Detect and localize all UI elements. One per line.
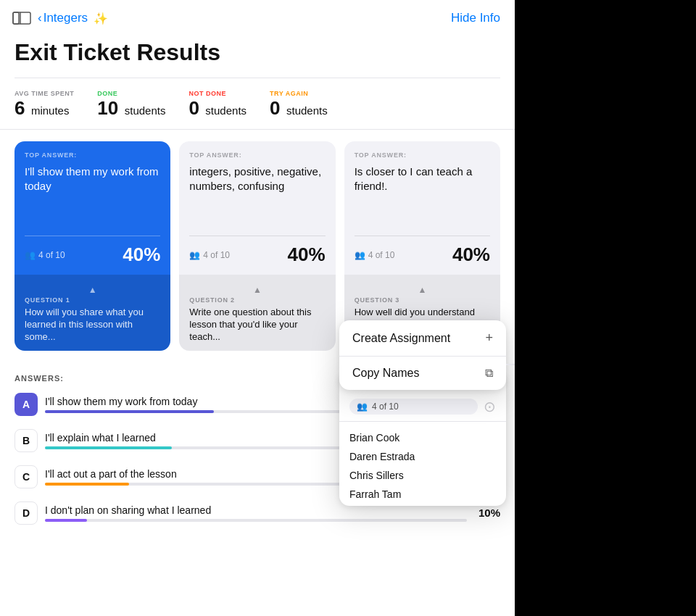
answer-content-d: I don't plan on sharing what I learned [45,504,467,522]
card-3-top: TOP ANSWER: Is closer to I can teach a f… [344,141,500,236]
card-2-chevron-icon: ▲ [189,282,325,296]
card-1-answer-text: I'll show them my work from today [25,165,160,193]
answer-letter-b: B [14,429,38,452]
stat-avg-time-label: AVG TIME SPENT [14,90,74,97]
stat-done-value: 10 students [97,99,165,117]
card-2-q-text: Write one question about this lesson tha… [189,307,325,344]
answer-bar-b [45,446,172,449]
answer-bar-a [45,410,214,413]
answer-letter-a: A [14,393,38,416]
student-name-4: Farrah Tam [339,483,506,506]
question-card-2[interactable]: TOP ANSWER: integers, positive, negative… [179,141,335,351]
page-title: Exit Ticket Results [0,33,515,78]
svg-rect-1 [13,12,30,24]
back-button[interactable]: ‹ Integers [38,11,88,25]
students-panel: STUDENTS: 👥 4 of 10 ⊙ Brian Cook Daren E… [339,375,506,506]
stat-try-again-label: TRY AGAIN [270,90,328,97]
card-2-bottom: 👥 4 of 10 40% [179,236,335,275]
card-1-top-label: TOP ANSWER: [25,151,160,159]
card-1-bottom: 👥 4 of 10 40% [14,236,170,275]
people-icon-2: 👥 [189,250,200,260]
card-3-bottom: 👥 4 of 10 40% [344,236,500,275]
card-1-footer: ▲ QUESTION 1 How will you share what you… [14,275,170,351]
card-3-answer-text: Is closer to I can teach a friend!. [355,165,490,193]
question-card-1[interactable]: TOP ANSWER: I'll show them my work from … [14,141,170,351]
card-1-percent: 40% [123,244,160,266]
card-2-percent: 40% [288,244,326,266]
card-1-q-label: QUESTION 1 [25,296,160,304]
card-2-students: 👥 4 of 10 [189,250,230,260]
card-2-top-label: TOP ANSWER: [189,151,325,159]
answer-bar-d [45,519,87,522]
card-3-q-label: QUESTION 3 [355,296,490,304]
stat-avg-time-value: 6 minutes [14,99,74,117]
answer-bar-c [45,483,129,486]
create-assignment-label: Create Assignment [352,332,450,345]
connector-line [506,364,515,365]
nav-bar: ‹ Integers ✨ Hide Info [0,0,515,33]
card-2-q-label: QUESTION 2 [189,296,325,304]
people-icon: 👥 [25,250,36,260]
student-name-1: Brian Cook [339,426,506,445]
card-3-chevron-icon: ▲ [355,282,490,296]
answer-bar-container-d [45,519,467,522]
card-3-top-label: TOP ANSWER: [355,151,490,159]
students-count-row: 👥 4 of 10 ⊙ [339,394,506,422]
students-people-icon: 👥 [357,401,368,412]
card-1-top: TOP ANSWER: I'll show them my work from … [14,141,170,236]
sparkle-icon: ✨ [94,12,108,25]
card-2-answer-text: integers, positive, negative, numbers, c… [189,165,325,193]
question-card-3[interactable]: TOP ANSWER: Is closer to I can teach a f… [344,141,500,351]
card-1-chevron-icon: ▲ [25,282,160,296]
stat-not-done-value: 0 students [188,99,246,117]
card-3-students-count: 4 of 10 [368,250,395,260]
dropdown-popup: Create Assignment + Copy Names ⧉ [339,320,506,390]
card-1-students-count: 4 of 10 [38,250,65,260]
hide-info-button[interactable]: Hide Info [451,11,500,25]
stat-done-label: DONE [97,90,165,97]
stats-row: AVG TIME SPENT 6 minutes DONE 10 student… [0,78,515,130]
back-chevron-icon: ‹ [38,11,42,25]
stat-not-done: NOT DONE 0 students [188,90,270,117]
card-1-students: 👥 4 of 10 [25,250,65,260]
card-3-percent: 40% [452,244,490,266]
plus-icon: + [485,330,493,346]
stat-try-again-value: 0 students [270,99,328,117]
answer-pct-d: 10% [474,507,500,519]
card-2-footer: ▲ QUESTION 2 Write one question about th… [179,275,335,351]
students-count-badge: 👥 4 of 10 [349,399,478,415]
stat-done: DONE 10 students [97,90,188,117]
answer-text-d: I don't plan on sharing what I learned [45,504,467,516]
card-1-q-text: How will you share what you learned in t… [25,307,160,344]
sidebar-icon [12,10,32,26]
students-names-list: Brian Cook Daren Estrada Chris Sillers F… [339,422,506,506]
students-count-text: 4 of 10 [372,401,399,412]
copy-names-button[interactable]: Copy Names ⧉ [339,357,506,390]
breadcrumb-title: Integers [44,11,88,25]
sidebar-toggle-button[interactable] [12,10,32,26]
stat-try-again: TRY AGAIN 0 students [270,90,351,117]
create-assignment-button[interactable]: Create Assignment + [339,320,506,356]
people-icon-3: 👥 [355,250,365,260]
stat-not-done-label: NOT DONE [188,90,246,97]
students-count-x-icon[interactable]: ⊙ [484,398,496,415]
card-3-students: 👥 4 of 10 [355,250,395,260]
stat-avg-time: AVG TIME SPENT 6 minutes [14,90,97,117]
card-2-top: TOP ANSWER: integers, positive, negative… [179,141,335,236]
student-name-3: Chris Sillers [339,464,506,483]
nav-left: ‹ Integers ✨ [12,10,108,26]
copy-names-label: Copy Names [352,367,419,380]
answer-letter-c: C [14,465,38,488]
answer-letter-d: D [14,501,38,525]
svg-rect-0 [13,12,19,24]
copy-icon: ⧉ [485,367,493,380]
card-2-students-count: 4 of 10 [203,250,230,260]
student-name-2: Daren Estrada [339,445,506,464]
